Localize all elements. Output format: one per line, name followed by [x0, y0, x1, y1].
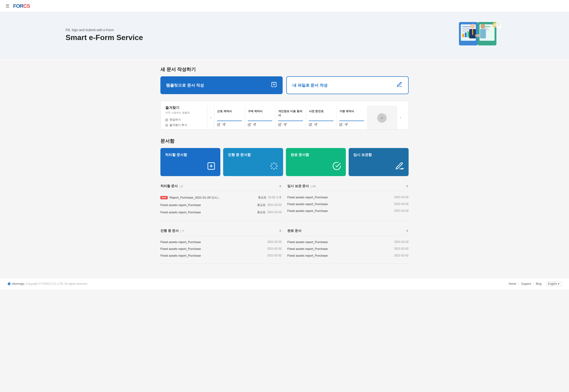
main-content: 새 문서 작성하기 템플릿으로 문서 작성 내 파일로 문서 작성 즐겨찾기 자…	[156, 58, 413, 278]
doc-item-date: 2021-02-02	[394, 209, 409, 212]
completed-items: Fixed assets report_Purchase 2021-02-02 …	[287, 239, 409, 259]
pending-list-title: 처리할 문서 | 2	[160, 184, 183, 188]
add-circle-icon: +	[377, 113, 387, 123]
doc-item-name: Fixed assets report_Purchase	[287, 196, 392, 199]
doc-item-date: 2021-02-02	[394, 240, 409, 244]
template-create-button[interactable]: 템플릿으로 문서 작성	[160, 76, 283, 94]
list-item[interactable]: Fixed assets report_Purchase 2021-02-02	[287, 245, 409, 252]
svg-rect-22	[472, 29, 473, 35]
footer-logo: eformsign Copyright © FORCS CO.,LTD. All…	[8, 282, 88, 285]
doc-item-user: 홍길동	[258, 196, 266, 199]
footer-nav-blog[interactable]: Blog	[534, 282, 544, 285]
doc-item-user: 홍길동	[257, 210, 265, 214]
template-create-icon	[271, 82, 277, 89]
top-navigation: ☰ FORCS	[0, 0, 569, 12]
inprogress-label: 진행 중 문서	[160, 229, 179, 233]
add-favorites-button[interactable]: 즐겨찾기 추가	[165, 123, 203, 127]
list-item[interactable]: Fixed assets report_Purchase 홍길동 2021-02…	[160, 209, 282, 216]
myfile-create-label: 내 파일로 문서 작성	[292, 83, 328, 88]
favorite-send-icon[interactable]	[253, 123, 256, 127]
doc-boxes: 처리할 문서함 진행 중 문서함 완료 문서함 임시 보관함	[160, 148, 409, 176]
svg-rect-6	[462, 34, 464, 37]
svg-point-25	[475, 34, 481, 37]
doc-box-label: 진행 중 문서함	[228, 153, 251, 157]
edit-favorites-button[interactable]: 편집하기	[165, 118, 203, 122]
myfile-create-button[interactable]: 내 파일로 문서 작성	[286, 76, 409, 94]
menu-icon[interactable]: ☰	[6, 3, 9, 9]
doc-item-date: 2021-02-02	[394, 254, 409, 257]
completed-label: 완료 문서	[287, 229, 301, 233]
list-item[interactable]: Fixed assets report_Purchase 2021-02-02	[287, 239, 409, 245]
favorite-card-0[interactable]: 근로 계약서	[214, 106, 245, 129]
favorite-edit-icon[interactable]	[217, 123, 220, 127]
favorite-card-3[interactable]: 사전 문진표	[306, 106, 336, 129]
favorites-cards: 근로 계약서 구매 계약서 개인정보 이용 동의서	[214, 106, 397, 129]
list-item[interactable]: Fixed assets report_Purchase 2021-02-02	[287, 194, 409, 201]
temp-add-button[interactable]: +	[406, 183, 409, 189]
doc-box-pending[interactable]: 처리할 문서함	[160, 148, 220, 176]
doc-item-name: Fixed assets report_Purchase	[287, 240, 392, 244]
doc-box-icon	[269, 162, 278, 172]
svg-rect-8	[467, 31, 469, 37]
footer-copyright: Copyright © FORCS CO.,LTD. All rights re…	[26, 282, 88, 285]
language-selector[interactable]: English ▾	[546, 281, 561, 286]
hero-text: Fill, Sign and Submit with e-Form Smart …	[66, 28, 143, 42]
svg-rect-2	[462, 26, 472, 27]
svg-rect-16	[496, 22, 501, 28]
favorite-edit-icon[interactable]	[339, 123, 343, 127]
pending-add-button[interactable]: +	[279, 183, 282, 189]
list-item[interactable]: Fixed assets report_Purchase 홍길동 2021-02…	[160, 201, 282, 209]
favorite-card-4[interactable]: 가맹 계약서	[336, 106, 367, 129]
doc-box-in-progress[interactable]: 진행 중 문서함	[223, 148, 283, 176]
doc-box-temp[interactable]: 임시 보관함	[349, 148, 409, 176]
list-item[interactable]: Fixed assets report_Purchase 2021-02-02	[287, 252, 409, 259]
list-item[interactable]: Fixed assets report_Purchase 2021-02-02	[160, 245, 282, 252]
favorites-subtitle: 자주 사용하는 템플릿	[165, 111, 203, 114]
list-item[interactable]: NEW Report_Purchase_2021-01-29 11시... 홍길…	[160, 194, 282, 201]
inprogress-add-button[interactable]: +	[279, 228, 282, 234]
hero-illustration	[452, 20, 503, 50]
favorite-send-icon[interactable]	[314, 123, 317, 127]
favorite-send-icon[interactable]	[283, 123, 287, 127]
svg-rect-18	[497, 24, 500, 25]
doc-item-name: Fixed assets report_Purchase	[160, 210, 255, 214]
doc-box-completed[interactable]: 완료 문서함	[286, 148, 346, 176]
favorite-edit-icon[interactable]	[278, 123, 281, 127]
favorite-edit-icon[interactable]	[248, 123, 251, 127]
inprogress-count: | 7	[180, 229, 184, 233]
doc-item-name: Fixed assets report_Purchase	[160, 203, 255, 207]
svg-point-30	[402, 168, 403, 169]
favorites-prev-button[interactable]: ‹	[208, 114, 214, 121]
footer-nav-support[interactable]: Support	[519, 282, 534, 285]
list-item[interactable]: Fixed assets report_Purchase 2021-02-02	[160, 252, 282, 259]
favorite-card-2[interactable]: 개인정보 이용 동의서	[275, 106, 306, 129]
hero-banner: Fill, Sign and Submit with e-Form Smart …	[0, 12, 569, 58]
favorite-send-icon[interactable]	[345, 123, 348, 127]
doc-item-user: 홍길동	[257, 203, 265, 207]
favorite-card-1[interactable]: 구매 계약서	[245, 106, 275, 129]
list-item[interactable]: Fixed assets report_Purchase 2021-02-02	[287, 208, 409, 214]
doc-item-date: 2021-02-02	[267, 254, 282, 257]
favorites-next-button[interactable]: ›	[397, 114, 404, 121]
doc-section-title: 문서함	[160, 138, 409, 144]
new-badge: NEW	[160, 196, 168, 199]
create-buttons: 템플릿으로 문서 작성 내 파일로 문서 작성	[160, 76, 409, 94]
favorite-add-card[interactable]: +	[367, 106, 397, 129]
footer-nav-home[interactable]: Home	[506, 282, 519, 285]
favorite-edit-icon[interactable]	[309, 123, 312, 127]
completed-add-button[interactable]: +	[406, 228, 409, 234]
doc-box-icon	[207, 162, 216, 172]
favorite-send-icon[interactable]	[222, 123, 225, 127]
doc-item-date: 2021-02-02	[267, 240, 282, 244]
svg-rect-24	[480, 29, 486, 38]
completed-list-header: 완료 문서 +	[287, 228, 409, 236]
doc-box-label: 임시 보관함	[353, 153, 372, 157]
temp-list-header: 임시 보관 문서 | 24 +	[287, 183, 409, 191]
edit-favorites-label: 편집하기	[169, 118, 181, 122]
pending-doc-list: 처리할 문서 | 2 + NEW Report_Purchase_2021-01…	[160, 183, 282, 221]
doc-item-date: 2021-02-02	[394, 196, 409, 199]
doc-item-name: Fixed assets report_Purchase	[160, 247, 265, 251]
myfile-create-icon	[396, 82, 402, 89]
list-item[interactable]: Fixed assets report_Purchase 2021-02-02	[287, 201, 409, 208]
list-item[interactable]: Fixed assets report_Purchase 2021-02-02	[160, 239, 282, 245]
